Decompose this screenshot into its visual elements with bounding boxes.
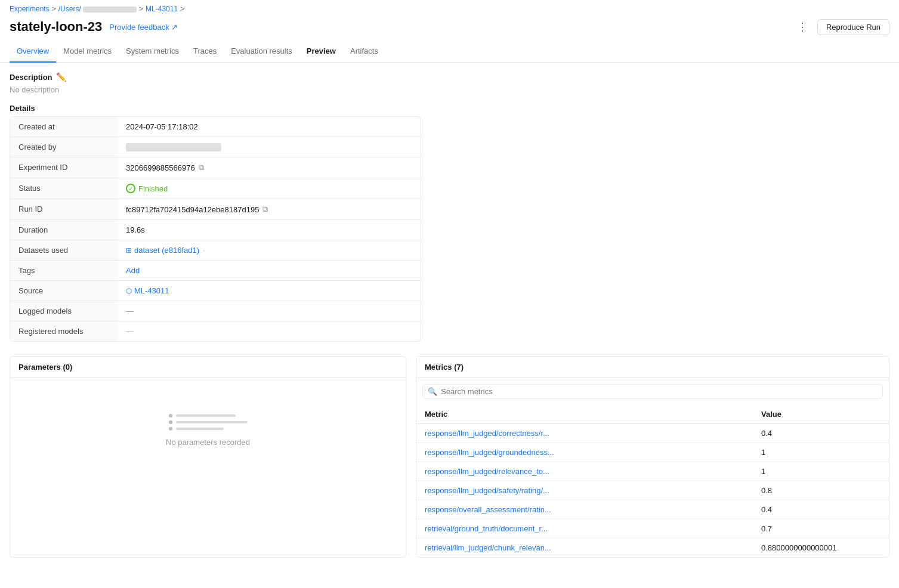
metric-value: 1	[761, 448, 881, 457]
metrics-row: response/llm_judged/correctness/r... 0.4	[416, 424, 889, 443]
details-row-status: Status ✓ Finished	[10, 178, 421, 199]
breadcrumb: Experiments > /Users/ > ML-43011 >	[0, 0, 899, 16]
details-row-experiment-id: Experiment ID 3206699885566976 ⧉	[10, 157, 421, 178]
parameters-header: Parameters (0)	[10, 357, 406, 378]
tab-traces[interactable]: Traces	[186, 41, 224, 63]
search-icon: 🔍	[428, 387, 437, 396]
metrics-row: response/overall_assessment/ratin... 0.4	[416, 500, 889, 519]
details-val-tags: Add	[118, 261, 421, 280]
tab-artifacts[interactable]: Artifacts	[343, 41, 385, 63]
metric-value: 0.4	[761, 505, 881, 514]
copy-experiment-id-icon[interactable]: ⧉	[199, 163, 204, 172]
header-actions: ⋮ Reproduce Run	[792, 18, 889, 36]
metric-name-link[interactable]: retrieval/llm_judged/chunk_relevan...	[425, 543, 761, 552]
metrics-table-header: Metric Value	[416, 405, 889, 424]
metric-name-link[interactable]: response/overall_assessment/ratin...	[425, 505, 761, 514]
details-key-datasets: Datasets used	[10, 240, 118, 260]
page-header: stately-loon-23 Provide feedback ↗ ⋮ Rep…	[0, 16, 899, 41]
empty-params: No parameters recorded	[10, 378, 406, 482]
status-finished: ✓ Finished	[126, 184, 168, 193]
empty-params-icon	[169, 414, 248, 431]
metrics-rows: response/llm_judged/correctness/r... 0.4…	[416, 424, 889, 557]
details-row-source: Source ⬡ ML-43011	[10, 281, 421, 301]
source-link[interactable]: ⬡ ML-43011	[126, 286, 169, 295]
details-val-logged-models: —	[118, 301, 421, 321]
page-title-area: stately-loon-23 Provide feedback ↗	[10, 19, 178, 35]
parameters-panel: Parameters (0) No param	[10, 356, 406, 558]
details-row-datasets: Datasets used ⊞ dataset (e816fad1) ·	[10, 240, 421, 261]
metric-name-link[interactable]: response/llm_judged/groundedness...	[425, 448, 761, 457]
metrics-row: retrieval/ground_truth/document_r... 0.7	[416, 519, 889, 539]
bottom-panels: Parameters (0) No param	[10, 356, 889, 558]
metric-value: 0.8800000000000001	[761, 543, 881, 552]
details-val-registered-models: —	[118, 321, 421, 341]
dataset-link[interactable]: ⊞ dataset (e816fad1)	[126, 246, 199, 255]
details-row-registered-models: Registered models —	[10, 321, 421, 341]
details-val-created-by	[118, 137, 421, 157]
breadcrumb-sep2: >	[139, 5, 143, 13]
details-row-created-by: Created by	[10, 137, 421, 157]
details-section: Details Created at 2024-07-05 17:18:02 C…	[10, 104, 889, 342]
breadcrumb-sep3: >	[180, 5, 184, 13]
metric-value: 0.7	[761, 524, 881, 533]
metric-name-link[interactable]: response/llm_judged/relevance_to...	[425, 467, 761, 476]
metric-name-link[interactable]: response/llm_judged/correctness/r...	[425, 429, 761, 438]
details-key-logged-models: Logged models	[10, 301, 118, 321]
details-label: Details	[10, 104, 889, 113]
details-val-status: ✓ Finished	[118, 178, 421, 199]
run-id-link[interactable]: ML-43011	[146, 5, 178, 13]
details-key-experiment-id: Experiment ID	[10, 157, 118, 178]
feedback-link[interactable]: Provide feedback ↗	[109, 23, 177, 32]
details-key-duration: Duration	[10, 220, 118, 240]
metrics-row: retrieval/llm_judged/chunk_relevan... 0.…	[416, 539, 889, 557]
tab-preview[interactable]: Preview	[299, 41, 343, 63]
details-row-tags: Tags Add	[10, 261, 421, 281]
tab-overview[interactable]: Overview	[10, 41, 56, 63]
metric-name-link[interactable]: retrieval/ground_truth/document_r...	[425, 524, 761, 533]
metric-name-link[interactable]: response/llm_judged/safety/rating/...	[425, 486, 761, 495]
metrics-row: response/llm_judged/relevance_to... 1	[416, 462, 889, 481]
edit-description-icon[interactable]: ✏️	[56, 72, 66, 82]
metrics-header: Metrics (7)	[416, 357, 889, 378]
status-text: Finished	[138, 184, 168, 193]
details-val-source: ⬡ ML-43011	[118, 281, 421, 301]
tab-evaluation-results[interactable]: Evaluation results	[224, 41, 299, 63]
created-by-redacted	[126, 143, 221, 151]
dataset-icon: ⊞	[126, 246, 132, 255]
details-row-run-id: Run ID fc89712fa702415d94a12ebe8187d195 …	[10, 199, 421, 220]
description-section: Description ✏️ No description	[10, 72, 889, 94]
details-row-duration: Duration 19.6s	[10, 220, 421, 240]
source-icon: ⬡	[126, 287, 132, 295]
details-val-experiment-id: 3206699885566976 ⧉	[118, 157, 421, 178]
metrics-search-wrapper: 🔍	[422, 384, 883, 399]
metric-value: 0.4	[761, 429, 881, 438]
metrics-table: Metric Value response/llm_judged/correct…	[416, 405, 889, 557]
reproduce-run-button[interactable]: Reproduce Run	[817, 19, 889, 35]
details-key-registered-models: Registered models	[10, 321, 118, 341]
metric-value: 1	[761, 467, 881, 476]
details-val-datasets: ⊞ dataset (e816fad1) ·	[118, 240, 421, 260]
main-content: Description ✏️ No description Details Cr…	[0, 63, 899, 567]
details-key-status: Status	[10, 178, 118, 199]
description-label: Description ✏️	[10, 72, 889, 82]
tab-model-metrics[interactable]: Model metrics	[56, 41, 119, 63]
details-row-logged-models: Logged models —	[10, 301, 421, 321]
metrics-col-metric: Metric	[425, 410, 761, 419]
details-table: Created at 2024-07-05 17:18:02 Created b…	[10, 116, 421, 342]
details-key-run-id: Run ID	[10, 199, 118, 219]
details-val-run-id: fc89712fa702415d94a12ebe8187d195 ⧉	[118, 199, 421, 219]
add-tag-button[interactable]: Add	[126, 266, 140, 275]
users-path-link[interactable]: /Users/	[58, 5, 137, 13]
details-key-source: Source	[10, 281, 118, 301]
metric-value: 0.8	[761, 486, 881, 495]
more-button[interactable]: ⋮	[792, 18, 813, 36]
details-key-created-by: Created by	[10, 137, 118, 157]
metrics-panel: Metrics (7) 🔍 Metric Value response/llm_…	[416, 356, 889, 558]
metrics-search-input[interactable]	[441, 387, 878, 396]
details-val-created-at: 2024-07-05 17:18:02	[118, 117, 421, 137]
copy-run-id-icon[interactable]: ⧉	[262, 205, 268, 214]
tab-system-metrics[interactable]: System metrics	[119, 41, 186, 63]
tabs-bar: Overview Model metrics System metrics Tr…	[0, 41, 899, 63]
external-link-icon: ↗	[171, 23, 178, 32]
experiments-link[interactable]: Experiments	[10, 5, 50, 13]
